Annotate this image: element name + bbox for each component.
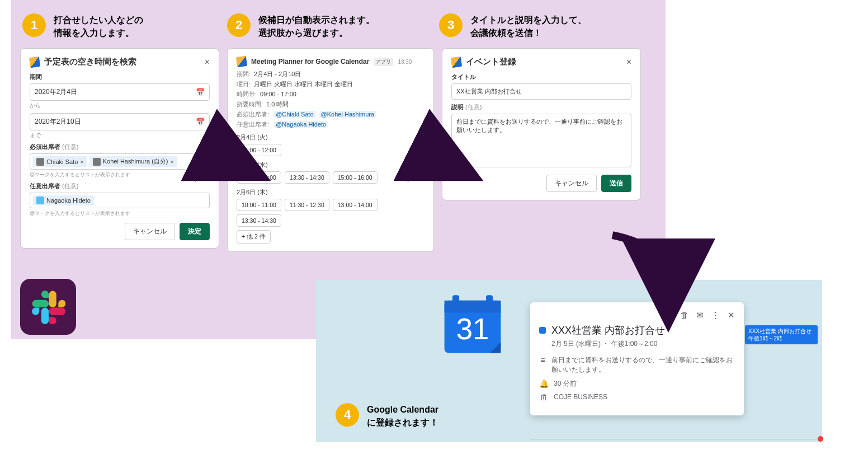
step3-badge: 3 bbox=[439, 13, 463, 37]
calendar-gridline bbox=[530, 439, 821, 439]
chip-kohei[interactable]: Kohei Hashimura (自分)× bbox=[89, 156, 177, 167]
step4-heading: Google Calendar に登録されます！ bbox=[367, 403, 438, 429]
cancel-button[interactable]: キャンセル bbox=[125, 223, 175, 240]
time-slot[interactable]: 10:00 - 11:00 bbox=[237, 199, 281, 211]
required-hint: @マークを入力するとリストが表示されます bbox=[30, 171, 210, 179]
bell-icon: 🔔 bbox=[539, 379, 548, 388]
mention-chiaki[interactable]: @Chiaki Sato bbox=[274, 111, 315, 118]
mail-icon[interactable]: ✉ bbox=[696, 310, 704, 320]
mention-nagaoka[interactable]: @Nagaoka Hideto bbox=[274, 121, 328, 128]
calendar-event-chip[interactable]: XXX社営業 内部お打合せ 午後1時～2時 bbox=[745, 325, 818, 344]
chip-time: 午後1時～2時 bbox=[748, 335, 814, 342]
card3-title: イベント登録 bbox=[451, 57, 516, 67]
step2-heading: 候補日が自動表示されます。 選択肢から選びます。 bbox=[258, 13, 375, 39]
more-slots-button[interactable]: + 他 2 件 bbox=[237, 230, 271, 244]
period-label: 期間 bbox=[30, 73, 210, 81]
confirm-button[interactable]: 決定 bbox=[180, 223, 210, 240]
cancel-button[interactable]: キャンセル bbox=[546, 175, 597, 192]
step1-heading: 打合せしたい人などの 情報を入力します。 bbox=[54, 13, 143, 39]
chip-remove-icon[interactable]: × bbox=[80, 158, 83, 165]
arrow-2-to-3 bbox=[403, 149, 453, 190]
required-attendees-input[interactable]: Chiaki Sato× Kohei Hashimura (自分)× bbox=[30, 153, 210, 170]
more-icon[interactable]: ⋮ bbox=[711, 310, 720, 320]
description-icon: ≡ bbox=[539, 356, 546, 364]
step2-badge: 2 bbox=[227, 13, 251, 37]
step3-heading: タイトルと説明を入力して、 会議依頼を送信！ bbox=[470, 13, 587, 39]
time-slot[interactable]: 11:00 - 12:00 bbox=[237, 144, 281, 156]
title-label: タイトル bbox=[451, 73, 631, 81]
svg-rect-2 bbox=[452, 295, 459, 307]
card1-title: 予定表の空き時間を検索 bbox=[30, 57, 136, 67]
search-availability-card: 予定表の空き時間を検索 × 期間 2020年2月4日 📅 から 2020年2月1… bbox=[20, 48, 219, 249]
app-name: Meeting Planner for Google Calendar bbox=[251, 58, 369, 66]
event-register-card: イベント登録 × タイトル XX社営業 内部お打合せ 説明 (任意) キャンセル… bbox=[442, 48, 641, 200]
step4-badge: 4 bbox=[336, 403, 359, 427]
slack-logo bbox=[20, 279, 76, 335]
calendar-small-icon: 🗓 bbox=[539, 393, 548, 402]
close-icon[interactable]: ✕ bbox=[728, 310, 735, 320]
gcal-event-title: XXX社営業 内部お打合せ bbox=[551, 324, 665, 337]
edit-icon[interactable]: ✎ bbox=[665, 310, 672, 320]
send-button[interactable]: 送信 bbox=[601, 175, 631, 192]
day-label: 2月4日 (火) bbox=[237, 133, 424, 142]
planner-icon bbox=[451, 56, 462, 67]
time-slot[interactable]: 11:30 - 12:30 bbox=[285, 199, 329, 211]
day2-slots: 10:00 - 11:00 13:30 - 14:30 15:00 - 16:0… bbox=[237, 171, 424, 184]
time-slot[interactable]: 13:30 - 14:30 bbox=[237, 214, 281, 227]
arrow-1-to-2 bbox=[190, 149, 240, 190]
day-label: 2月5日 (水) bbox=[237, 161, 424, 169]
step2-header: 2 候補日が自動表示されます。 選択肢から選びます。 bbox=[227, 13, 375, 39]
time-slot[interactable]: 13:00 - 14:00 bbox=[333, 199, 378, 211]
event-desc-input[interactable] bbox=[451, 114, 631, 167]
svg-rect-3 bbox=[486, 295, 493, 307]
gcal-event-popup: ✎ 🗑 ✉ ⋮ ✕ XXX社営業 内部お打合せ 2月 5日 (水曜日) ・ 午後… bbox=[530, 302, 744, 415]
day-label: 2月6日 (木) bbox=[237, 188, 424, 197]
calendar-icon: 📅 bbox=[196, 118, 205, 126]
arrow-3-to-4 bbox=[607, 230, 685, 299]
day3-slots: 10:00 - 11:00 11:30 - 12:30 13:00 - 14:0… bbox=[237, 199, 424, 227]
optional-label: 任意出席者 (任意) bbox=[30, 182, 210, 190]
calendar-now-indicator-icon bbox=[818, 436, 823, 442]
google-calendar-icon: 31 bbox=[439, 291, 506, 358]
chip-nagaoka[interactable]: Nagaoka Hideto bbox=[33, 195, 94, 205]
chip-title: XXX社営業 内部お打合せ bbox=[748, 328, 814, 335]
card3-title-text: イベント登録 bbox=[466, 57, 516, 67]
date-to-value: 2020年2月10日 bbox=[35, 117, 81, 127]
close-icon[interactable]: × bbox=[626, 57, 631, 67]
svg-text:31: 31 bbox=[456, 312, 489, 345]
gcal-reminder: 30 分前 bbox=[554, 379, 577, 389]
card1-title-text: 予定表の空き時間を検索 bbox=[44, 57, 136, 67]
time-slot[interactable]: 10:00 - 11:00 bbox=[237, 171, 281, 184]
desc-label: 説明 (任意) bbox=[451, 103, 631, 111]
step3-header: 3 タイトルと説明を入力して、 会議依頼を送信！ bbox=[439, 13, 587, 39]
calendar-icon: 📅 bbox=[196, 88, 205, 96]
gcal-calendar-name: COJE BUSINESS bbox=[554, 393, 607, 401]
to-suffix: まで bbox=[30, 132, 210, 139]
planner-icon bbox=[29, 56, 40, 67]
delete-icon[interactable]: 🗑 bbox=[680, 310, 688, 320]
chip-remove-icon[interactable]: × bbox=[170, 158, 173, 165]
date-from-value: 2020年2月4日 bbox=[35, 87, 77, 97]
event-title-input[interactable]: XX社営業 内部お打合せ bbox=[451, 83, 631, 100]
required-label: 必須出席者 (任意) bbox=[30, 143, 210, 151]
close-icon[interactable]: × bbox=[205, 57, 210, 67]
gcal-event-time: 2月 5日 (水曜日) ・ 午後1:00～2:00 bbox=[551, 339, 735, 349]
mention-kohei[interactable]: @Kohei Hashimura bbox=[319, 111, 376, 118]
time-slot[interactable]: 15:00 - 16:00 bbox=[333, 171, 378, 184]
optional-hint: @マークを入力するとリストが表示されます bbox=[30, 210, 210, 217]
date-to-input[interactable]: 2020年2月10日 📅 bbox=[30, 113, 210, 130]
planner-icon bbox=[236, 56, 247, 67]
date-from-input[interactable]: 2020年2月4日 📅 bbox=[30, 83, 210, 101]
optional-attendees-input[interactable]: Nagaoka Hideto bbox=[30, 193, 210, 208]
event-color-icon bbox=[539, 327, 546, 334]
app-tag: アプリ bbox=[374, 58, 393, 66]
chip-chiaki[interactable]: Chiaki Sato× bbox=[33, 156, 87, 167]
step1-badge: 1 bbox=[22, 13, 46, 37]
gcal-event-desc: 前日までに資料をお送りするので、一通り事前にご確認をお願いいたします。 bbox=[551, 356, 735, 375]
day1-slots: 11:00 - 12:00 bbox=[237, 144, 424, 156]
from-suffix: から bbox=[30, 102, 210, 110]
message-time: 18:30 bbox=[398, 59, 412, 65]
step1-header: 1 打合せしたい人などの 情報を入力します。 bbox=[22, 13, 143, 39]
time-slot[interactable]: 13:30 - 14:30 bbox=[285, 171, 329, 184]
step4-header: 4 Google Calendar に登録されます！ bbox=[336, 403, 438, 429]
